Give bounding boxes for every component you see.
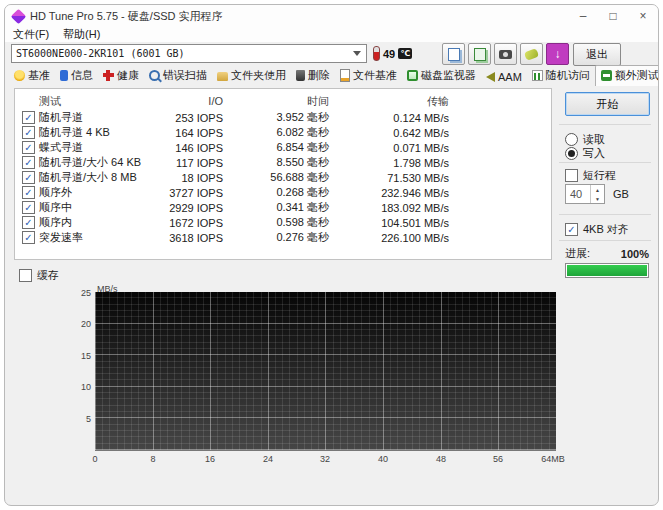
y-tick-label: 20 <box>61 319 91 329</box>
table-row: ✓ 随机寻道/大小 64 KB 117 IOPS 8.550 毫秒 1.798 … <box>15 155 551 170</box>
transfer-value: 226.100 MB/s <box>329 232 449 244</box>
close-button[interactable]: × <box>628 5 658 27</box>
progress-bar <box>565 263 649 278</box>
divider <box>559 124 651 125</box>
test-name: 顺序内 <box>39 215 165 230</box>
x-tick-label: 8 <box>150 454 155 464</box>
time-value: 3.952 毫秒 <box>223 110 329 125</box>
row-checkbox[interactable]: ✓ <box>22 201 35 214</box>
checkbox-icon <box>565 169 578 182</box>
x-tick-label: 40 <box>378 454 388 464</box>
row-checkbox[interactable]: ✓ <box>22 111 35 124</box>
short-stroke-checkbox[interactable]: 短行程 <box>565 168 616 183</box>
test-name: 随机寻道/大小 8 MB <box>39 170 165 185</box>
maximize-button[interactable]: □ <box>598 5 628 27</box>
read-radio[interactable]: 读取 <box>565 132 605 147</box>
progress-row: 进展: 100% <box>565 246 649 261</box>
control-panel: 开始 读取 写入 短行程 40 ▲ ▼ GB ✓ <box>557 88 655 505</box>
exit-button[interactable]: 退出 <box>573 43 621 66</box>
row-checkbox[interactable]: ✓ <box>22 186 35 199</box>
window-title: HD Tune Pro 5.75 - 硬盘/SSD 实用程序 <box>30 9 223 24</box>
4kb-align-checkbox[interactable]: ✓ 4KB 对齐 <box>565 222 629 237</box>
drive-selector-value: ST6000NE000-2KR101 (6001 GB) <box>16 48 185 59</box>
test-name: 随机寻道/大小 64 KB <box>39 155 165 170</box>
app-logo-icon <box>11 8 27 24</box>
read-radio-label: 读取 <box>583 132 605 147</box>
save-button[interactable] <box>520 43 543 65</box>
tab-info[interactable]: 信息 <box>55 66 98 86</box>
tab-health[interactable]: 健康 <box>98 66 144 86</box>
cache-checkbox[interactable]: 缓存 <box>19 268 59 283</box>
row-checkbox[interactable]: ✓ <box>22 216 35 229</box>
time-value: 8.550 毫秒 <box>223 155 329 170</box>
download-arrow-icon: ↓ <box>555 47 561 61</box>
row-checkbox[interactable]: ✓ <box>22 156 35 169</box>
write-radio[interactable]: 写入 <box>565 146 605 161</box>
x-tick-label: 32 <box>320 454 330 464</box>
tab-extra-tests[interactable]: 额外测试 <box>595 65 659 86</box>
menu-file[interactable]: 文件(F) <box>13 27 49 42</box>
export-button[interactable] <box>468 43 491 65</box>
divider <box>559 240 651 241</box>
test-name: 随机寻道 <box>39 110 165 125</box>
tab-aam[interactable]: AAM <box>481 69 527 86</box>
copy-button[interactable] <box>442 43 465 65</box>
col-header-transfer: 传输 <box>329 94 449 109</box>
radio-icon <box>565 133 578 146</box>
spin-up-icon[interactable]: ▲ <box>591 185 604 194</box>
minimize-button[interactable]: – <box>568 5 598 27</box>
io-value: 3727 IOPS <box>165 187 223 199</box>
start-button[interactable]: 开始 <box>565 92 650 116</box>
row-checkbox[interactable]: ✓ <box>22 231 35 244</box>
4kb-align-label: 4KB 对齐 <box>583 222 629 237</box>
divider <box>559 162 651 163</box>
x-tick-label: 48 <box>436 454 446 464</box>
export-icon <box>474 48 486 61</box>
time-value: 0.276 毫秒 <box>223 230 329 245</box>
row-checkbox[interactable]: ✓ <box>22 171 35 184</box>
tab-error-scan[interactable]: 错误扫描 <box>144 66 212 86</box>
tab-folder-usage[interactable]: 文件夹使用 <box>212 66 291 86</box>
table-row: ✓ 蝶式寻道 146 IOPS 6.854 毫秒 0.071 MB/s <box>15 140 551 155</box>
tab-file-benchmark[interactable]: 文件基准 <box>335 66 402 86</box>
capacity-unit-label: GB <box>613 188 629 200</box>
temperature-display: 49 ℃ <box>373 44 412 63</box>
thermometer-icon <box>373 46 380 61</box>
test-name: 顺序外 <box>39 185 165 200</box>
y-tick-label: 10 <box>61 382 91 392</box>
checkbox-icon: ✓ <box>565 223 578 236</box>
row-checkbox[interactable]: ✓ <box>22 141 35 154</box>
time-value: 56.688 毫秒 <box>223 170 329 185</box>
tab-erase[interactable]: 删除 <box>291 66 335 86</box>
speaker-icon <box>486 72 495 82</box>
time-value: 0.268 毫秒 <box>223 185 329 200</box>
time-value: 6.082 毫秒 <box>223 125 329 140</box>
tab-benchmark[interactable]: 基准 <box>9 66 55 86</box>
checkbox-icon <box>19 269 32 282</box>
window-controls: – □ × <box>568 5 658 27</box>
menu-help[interactable]: 帮助(H) <box>63 27 100 42</box>
screenshot-button[interactable] <box>494 43 517 65</box>
lightbulb-icon <box>14 70 25 81</box>
spin-down-icon[interactable]: ▼ <box>591 194 604 203</box>
io-value: 117 IOPS <box>165 157 223 169</box>
capacity-spinner: 40 ▲ ▼ GB <box>565 184 629 204</box>
tab-random-access[interactable]: 随机访问 <box>527 66 595 86</box>
monitor-icon <box>407 70 418 81</box>
io-value: 1672 IOPS <box>165 217 223 229</box>
random-chart-icon <box>532 70 543 81</box>
drive-selector[interactable]: ST6000NE000-2KR101 (6001 GB) <box>11 44 367 63</box>
time-value: 0.598 毫秒 <box>223 215 329 230</box>
io-value: 253 IOPS <box>165 112 223 124</box>
tab-disk-monitor[interactable]: 磁盘监视器 <box>402 66 481 86</box>
trash-icon <box>296 70 305 81</box>
title-bar: HD Tune Pro 5.75 - 硬盘/SSD 实用程序 – □ × <box>5 5 658 27</box>
update-button[interactable]: ↓ <box>546 43 569 65</box>
screenshot-root: HD Tune Pro 5.75 - 硬盘/SSD 实用程序 – □ × 文件(… <box>0 0 663 510</box>
capacity-input[interactable]: 40 ▲ ▼ <box>565 184 605 204</box>
row-checkbox[interactable]: ✓ <box>22 126 35 139</box>
transfer-value: 71.530 MB/s <box>329 172 449 184</box>
test-name: 顺序中 <box>39 200 165 215</box>
y-tick-label: 25 <box>61 288 91 298</box>
tab-bar: 基准 信息 健康 错误扫描 文件夹使用 删除 文件基准 磁盘监视器 AAM 随机… <box>9 66 658 86</box>
